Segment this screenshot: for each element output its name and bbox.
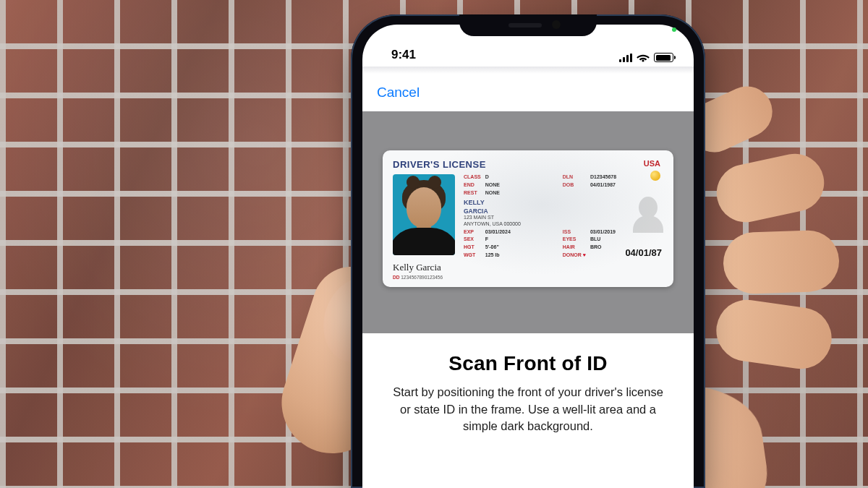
camera-viewfinder[interactable]: DRIVER'S LICENSE USA 04/01/87 CLASSD DLN… [362, 111, 694, 333]
wifi-icon [637, 53, 650, 62]
instruction-body: Start by positioning the front of your d… [387, 384, 669, 436]
instruction-title: Scan Front of ID [387, 352, 669, 375]
phone-screen: 9:41 Cancel DRIVER'S LICENSE USA 04/01/8… [362, 25, 694, 488]
sheet-header: Cancel [362, 74, 694, 111]
battery-icon [654, 53, 673, 62]
cellular-signal-icon [619, 53, 632, 62]
id-ghost-photo [633, 192, 663, 233]
status-time: 9:41 [383, 48, 416, 62]
id-card-preview: DRIVER'S LICENSE USA 04/01/87 CLASSD DLN… [383, 150, 673, 287]
device-notch [459, 14, 597, 36]
camera-active-indicator [672, 27, 676, 32]
cancel-button[interactable]: Cancel [377, 85, 420, 100]
id-large-dob: 04/01/87 [625, 247, 662, 258]
id-country: USA [644, 159, 660, 168]
sheet-top-edge [362, 67, 694, 74]
instruction-panel: Scan Front of ID Start by positioning th… [362, 333, 694, 436]
real-id-star-icon [650, 171, 660, 181]
id-photo [393, 174, 455, 255]
iphone-device-frame: 9:41 Cancel DRIVER'S LICENSE USA 04/01/8… [351, 14, 705, 488]
